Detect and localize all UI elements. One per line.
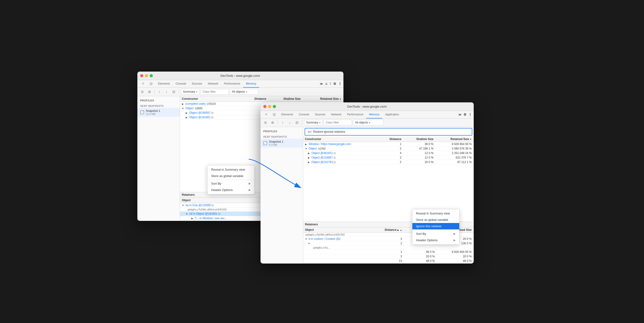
- close-button-front[interactable]: [264, 105, 266, 108]
- warning-icon: ⚠: [325, 82, 328, 86]
- devtools-window-front: DevTools - www.google.com/ ⌗ ⊡ Elements …: [260, 102, 474, 263]
- row-arrow[interactable]: ▶: [186, 116, 188, 119]
- col-object-front[interactable]: Object: [303, 227, 371, 233]
- restore-icon: ≡×: [308, 130, 312, 134]
- tab-responsive-icon[interactable]: ⊡: [147, 80, 155, 88]
- tab-inspect-icon[interactable]: ⌗: [139, 80, 147, 88]
- summary-dropdown-front[interactable]: Summary ▾: [304, 120, 322, 125]
- tab-more-back: ≫ ⚠ 2 ⚙ ⋮: [320, 80, 342, 88]
- table-row[interactable]: ▼ Object x1782 2 47 188 1 % 3 580 576 39…: [303, 146, 474, 151]
- row-arrow[interactable]: ▼: [182, 107, 185, 110]
- tab-console-front[interactable]: Console: [296, 111, 312, 119]
- upload-button-front[interactable]: ↑: [280, 119, 286, 126]
- tab-elements-back[interactable]: Elements: [155, 80, 173, 88]
- summary-dropdown-back[interactable]: Summary ▾: [181, 89, 200, 95]
- tab-overflow-icon[interactable]: ≫: [320, 82, 323, 86]
- record-button-front[interactable]: ⊙: [262, 119, 268, 126]
- ctx-sortby-back[interactable]: Sort By ▶: [208, 180, 254, 187]
- tab-console-back[interactable]: Console: [173, 80, 189, 88]
- tab-sources-back[interactable]: Sources: [189, 80, 205, 88]
- all-objects-arrow-back: ▾: [246, 91, 247, 93]
- camera-button-front[interactable]: ⊡: [294, 119, 300, 126]
- tab-elements-front[interactable]: Elements: [278, 111, 296, 119]
- col-retained-back[interactable]: Retained Size: [302, 96, 343, 102]
- download-button-front[interactable]: ↓: [287, 119, 293, 126]
- col-shallow-front[interactable]: Shallow Size: [403, 137, 436, 142]
- table-row[interactable]: 1 36 0 % 8 626 664 93 %: [303, 249, 474, 254]
- tab-inspect-icon-front[interactable]: ⌗: [262, 111, 270, 119]
- tab-memory-front[interactable]: Memory: [366, 111, 382, 119]
- minimize-button-front[interactable]: [268, 105, 271, 108]
- col-distance-back[interactable]: Distance: [242, 96, 268, 102]
- summary-dropdown-arrow-front: ▾: [319, 121, 320, 124]
- maximize-button-back[interactable]: [150, 74, 153, 77]
- more-icon-front[interactable]: ⋮: [468, 113, 472, 116]
- tab-network-front[interactable]: Network: [328, 111, 344, 119]
- snapshot-item-front[interactable]: 📄 Snapshot 1 9.3 MB: [260, 139, 303, 148]
- close-button-back[interactable]: [140, 74, 143, 77]
- snapshot-size-back: 13.6 MB: [146, 113, 177, 115]
- clear-button-back[interactable]: ⊘: [146, 89, 152, 95]
- title-bar-front: DevTools - www.google.com/: [260, 102, 474, 111]
- tab-overflow-icon-front[interactable]: ≫: [458, 113, 462, 116]
- table-row[interactable]: ▶ Object @461651 ⊡ 4 12 0 % 2 251 048 24…: [303, 151, 474, 155]
- ctx-reveal-back[interactable]: Reveal in Summary view: [208, 166, 254, 173]
- cell-constructor: ▶ Object @296567 ⊡: [180, 110, 243, 115]
- settings-icon-back[interactable]: ⚙: [333, 82, 336, 86]
- col-retained-front[interactable]: Retained Size: [435, 137, 474, 142]
- col-constructor-back[interactable]: Constructor: [180, 96, 243, 102]
- col-distance-front[interactable]: Distance: [380, 137, 403, 142]
- col-shallow-back[interactable]: Shallow Size: [268, 96, 302, 102]
- ctx-sep1-front: [412, 230, 459, 230]
- col-constructor-front[interactable]: Constructor: [303, 137, 380, 142]
- table-row[interactable]: 3 20 0 % 20 0 %: [303, 254, 474, 258]
- ctx-headeroptions-back[interactable]: Header Options ▶: [208, 187, 254, 193]
- record-button-back[interactable]: ⊙: [139, 89, 146, 95]
- camera-button-back[interactable]: ⊡: [171, 89, 177, 95]
- table-row[interactable]: ▶ Object @216867 ⊡ 2 12 0 % 622 376 7 %: [303, 155, 474, 160]
- tab-responsive-icon-front[interactable]: ⊡: [270, 111, 278, 119]
- ctx-ignore-front[interactable]: Ignore this retainer: [412, 223, 459, 229]
- col-dist-front[interactable]: Distance▲: [371, 227, 404, 233]
- ctx-store-back[interactable]: Store as global variable: [208, 173, 254, 179]
- table-row[interactable]: ▶ Window / https://www.google.com 1 36 0…: [303, 142, 474, 146]
- more-icon-back[interactable]: ⋮: [338, 82, 342, 86]
- snapshot-name-front: Snapshot 1: [269, 140, 300, 143]
- snapshot-size-front: 9.3 MB: [269, 143, 300, 146]
- clear-button-front[interactable]: ⊘: [270, 119, 276, 126]
- ctx-reveal-front[interactable]: Reveal in Summary view: [412, 210, 459, 217]
- snapshot-name-back: Snapshot 1: [146, 109, 177, 113]
- tab-application-front[interactable]: Application: [382, 111, 402, 119]
- minimize-button-back[interactable]: [145, 74, 148, 77]
- ctx-headeroptions-front[interactable]: Header Options ▶: [412, 237, 459, 243]
- class-filter-back[interactable]: [200, 89, 229, 95]
- toolbar-sep1-back: [154, 89, 155, 94]
- row-arrow[interactable]: ▶: [186, 112, 188, 114]
- settings-icon-front[interactable]: ⚙: [464, 113, 466, 116]
- tab-sources-front[interactable]: Sources: [312, 111, 328, 119]
- profiles-title-front: Profiles: [260, 129, 303, 134]
- window-title-front: DevTools - www.google.com/: [347, 105, 387, 108]
- ctx-store-front[interactable]: Store as global variable: [412, 217, 459, 223]
- warning-count: 2: [330, 82, 331, 85]
- tab-performance-front[interactable]: Performance: [344, 111, 366, 119]
- table-row[interactable]: 13 48 0 % 48 0 %: [303, 258, 474, 263]
- download-button-back[interactable]: ↓: [164, 89, 170, 95]
- ctx-sortby-front[interactable]: Sort By ▶: [412, 231, 459, 237]
- tab-performance-back[interactable]: Performance: [221, 80, 243, 88]
- upload-button-back[interactable]: ↑: [156, 89, 163, 95]
- row-arrow[interactable]: ▶: [182, 103, 185, 105]
- tab-network-back[interactable]: Network: [205, 80, 221, 88]
- traffic-lights-back: [140, 74, 153, 77]
- ctx-headeroptions-arrow-back: ▶: [249, 188, 250, 191]
- all-objects-dropdown-front[interactable]: All objects ▾: [353, 120, 384, 125]
- all-objects-dropdown-back[interactable]: All objects ▾: [230, 89, 258, 95]
- table-row[interactable]: ,qddgKe,sTsL...: [303, 245, 474, 249]
- tab-memory-back[interactable]: Memory: [243, 80, 259, 88]
- table-row[interactable]: ▶ Object @241763 ⊡ 2 16 0 % 87 112 1 %: [303, 160, 474, 164]
- snapshot-item-back[interactable]: 📄 Snapshot 1 13.6 MB: [137, 108, 180, 117]
- maximize-button-front[interactable]: [273, 105, 276, 108]
- cell-constructor: ▼ Object x2899: [180, 106, 243, 110]
- class-filter-front[interactable]: [324, 120, 352, 125]
- restore-banner[interactable]: ≡× Restore ignored retainers: [304, 128, 472, 136]
